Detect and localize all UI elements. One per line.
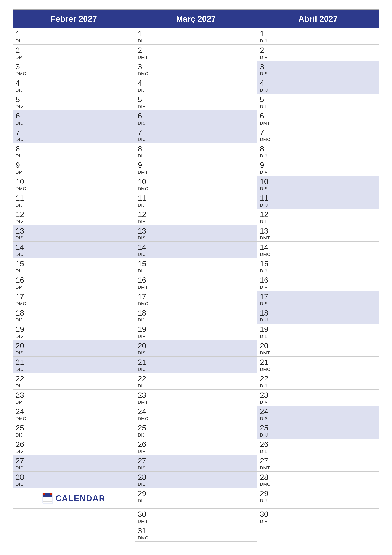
day-cell: 11DIJ [135, 192, 257, 209]
day-cell: 30DIV [257, 509, 379, 525]
day-number: 16 [16, 276, 132, 285]
day-cell: 24DMC [135, 406, 257, 422]
day-name: DIS [138, 351, 254, 356]
day-name: DMC [16, 186, 132, 191]
day-cell: 19DIV [135, 324, 257, 340]
day-cell: 20DIS [13, 340, 135, 357]
day-name: DIJ [16, 432, 132, 438]
day-number: 24 [138, 407, 254, 416]
day-number: 25 [16, 424, 132, 432]
day-cell: 10DIS [257, 176, 379, 192]
day-number: 23 [138, 391, 254, 400]
day-cell: 31DMC [135, 525, 257, 541]
day-cell: 13DIS [13, 225, 135, 242]
day-cell: 28DIU [135, 472, 257, 488]
day-number: 15 [260, 260, 376, 268]
day-cell: 13DIS [135, 225, 257, 242]
day-name: DIL [138, 383, 254, 388]
day-cell: 17DIS [257, 291, 379, 307]
day-number: 8 [138, 145, 254, 153]
day-name: DIU [260, 432, 376, 438]
day-name: DIJ [138, 318, 254, 323]
day-number: 11 [260, 194, 376, 202]
day-cell: 3DIS [257, 61, 379, 78]
day-number: 22 [260, 375, 376, 383]
day-name: DMT [260, 351, 376, 356]
day-name: DIU [16, 482, 132, 487]
day-cell: 3DMC [135, 61, 257, 78]
day-cell: CALENDAR [13, 488, 135, 509]
day-cell: 23DMT [135, 389, 257, 406]
day-cell: 2DMT [13, 45, 135, 61]
day-name: DIS [260, 416, 376, 421]
day-name: DIU [16, 367, 132, 372]
day-cell: 3DMC [13, 61, 135, 78]
day-number: 4 [260, 79, 376, 87]
day-name: DIV [16, 449, 132, 454]
day-number: 1 [16, 30, 132, 38]
day-cell: 14DMC [257, 241, 379, 258]
day-number: 26 [260, 440, 376, 449]
day-name: DIV [16, 219, 132, 224]
day-name: DMT [138, 400, 254, 405]
day-name: DIU [260, 88, 376, 93]
day-number: 5 [16, 95, 132, 104]
day-number: 26 [138, 440, 254, 449]
day-name: DIJ [16, 318, 132, 323]
day-cell: 21DIU [135, 357, 257, 373]
day-name: DIU [138, 367, 254, 372]
day-name: DIS [16, 121, 132, 126]
day-cell: 20DIS [135, 340, 257, 357]
day-cell: 23DIV [257, 389, 379, 406]
day-number: 20 [138, 342, 254, 350]
day-number: 21 [138, 358, 254, 366]
month-header-febrer: Febrer 2027 [13, 10, 135, 28]
day-cell: 10DMC [135, 176, 257, 192]
day-name: DMT [260, 235, 376, 241]
day-cell: 14DIU [13, 241, 135, 258]
day-name: DMT [16, 285, 132, 290]
day-cell: 10DMC [13, 176, 135, 192]
day-cell: 18DIU [257, 307, 379, 324]
day-number: 10 [138, 177, 254, 186]
day-cell: 16DIV [257, 275, 379, 291]
day-name: DIU [138, 482, 254, 487]
day-number: 15 [16, 260, 132, 268]
day-cell: 15DIL [13, 258, 135, 275]
day-name: DMC [16, 301, 132, 306]
day-cell: 30DMT [135, 509, 257, 525]
day-cell: 1DIJ [257, 28, 379, 45]
day-number: 15 [138, 260, 254, 268]
day-name: DMT [138, 519, 254, 524]
day-cell: 2DMT [135, 45, 257, 61]
day-name: DIL [260, 449, 376, 454]
day-name: DIJ [260, 498, 376, 503]
day-number: 4 [138, 79, 254, 87]
day-cell: 12DIV [13, 209, 135, 225]
day-name: DIU [16, 252, 132, 257]
day-cell: 4DIU [257, 77, 379, 94]
day-cell: 18DIJ [135, 307, 257, 324]
day-cell: 25DIJ [135, 422, 257, 439]
day-number: 14 [260, 243, 376, 252]
day-cell: 12DIL [257, 209, 379, 225]
day-name: DMC [16, 71, 132, 76]
day-number: 6 [260, 112, 376, 120]
day-number: 10 [260, 177, 376, 186]
day-cell: 18DIJ [13, 307, 135, 324]
day-number: 2 [138, 46, 254, 55]
day-cell: 6DIS [13, 110, 135, 127]
day-name: DIJ [260, 153, 376, 158]
day-number: 7 [138, 128, 254, 137]
day-number: 25 [138, 424, 254, 432]
day-number: 31 [138, 527, 254, 535]
day-name: DIJ [16, 203, 132, 208]
day-name: DMT [260, 121, 376, 126]
day-cell: 9DMT [13, 160, 135, 176]
day-cell: 16DMT [135, 275, 257, 291]
day-number: 23 [16, 391, 132, 400]
day-cell: 24DIS [257, 406, 379, 422]
day-name: DMT [138, 285, 254, 290]
day-name: DIL [16, 153, 132, 158]
day-number: 28 [16, 473, 132, 482]
